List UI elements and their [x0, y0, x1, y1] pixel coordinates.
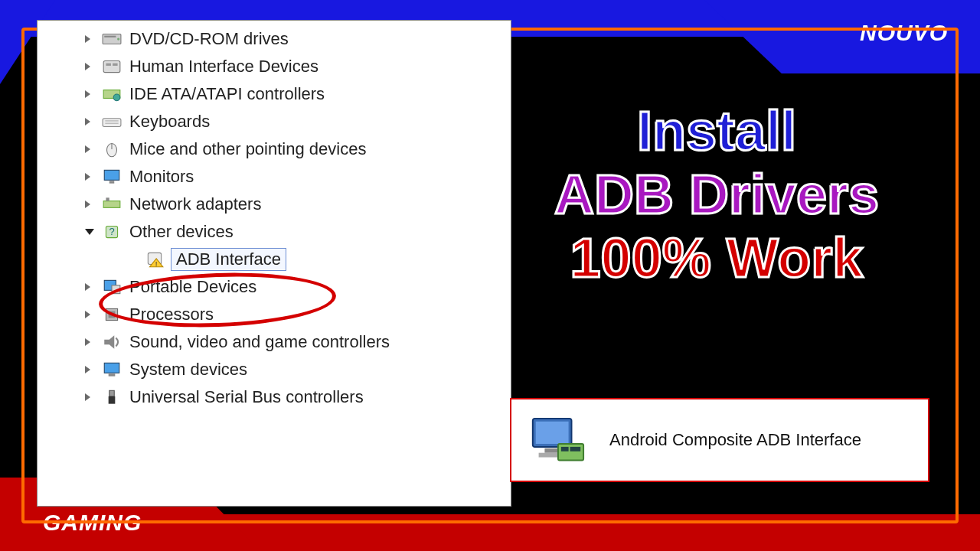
expand-icon[interactable] [85, 173, 90, 181]
svg-text:?: ? [109, 226, 114, 237]
tree-item-label: System devices [129, 360, 247, 380]
tree-item-network[interactable]: Network adapters [41, 191, 505, 218]
expand-icon[interactable] [85, 35, 90, 43]
tree-item-label: Keyboards [129, 112, 210, 132]
monitor-icon [102, 168, 122, 185]
brand-top-label: NOUVO [860, 20, 948, 46]
keyboard-icon [102, 113, 122, 130]
result-card-label: Android Composite ADB Interface [609, 430, 861, 450]
sound-icon [102, 334, 122, 350]
hid-icon [102, 58, 122, 75]
tree-item-label: DVD/CD-ROM drives [129, 29, 289, 49]
tree-item-label: Network adapters [129, 194, 261, 214]
svg-rect-16 [106, 197, 109, 201]
expand-icon[interactable] [85, 90, 90, 98]
svg-rect-32 [536, 422, 569, 444]
expand-icon[interactable] [85, 63, 90, 70]
title-line-2: ADB Drivers [502, 163, 931, 227]
svg-rect-14 [109, 181, 115, 183]
title-block: Install ADB Drivers 100% Work [502, 99, 931, 289]
tree-item-label: IDE ATA/ATAPI controllers [129, 84, 325, 104]
expand-icon[interactable] [85, 311, 90, 318]
tree-item-processors[interactable]: Processors [41, 301, 505, 328]
svg-rect-37 [570, 447, 581, 452]
svg-rect-13 [104, 170, 119, 180]
tree-item-system[interactable]: System devices [41, 356, 505, 383]
disc-drive-icon [102, 31, 122, 47]
svg-rect-35 [558, 444, 583, 460]
svg-text:!: ! [155, 259, 158, 268]
tree-item-ide[interactable]: IDE ATA/ATAPI controllers [41, 80, 505, 108]
svg-marker-26 [104, 335, 114, 348]
tree-item-keyboards[interactable]: Keyboards [41, 108, 505, 135]
collapse-icon[interactable] [85, 229, 94, 235]
tree-item-label: Processors [129, 305, 214, 324]
tree-item-monitors[interactable]: Monitors [41, 163, 505, 191]
tree-item-label: Human Interface Devices [129, 57, 318, 77]
tree-item-label: Other devices [129, 222, 234, 242]
svg-point-2 [117, 37, 119, 40]
svg-rect-4 [106, 64, 111, 66]
expand-icon[interactable] [85, 338, 90, 346]
cpu-icon [102, 306, 122, 323]
tree-child-adb-interface[interactable]: ! ADB Interface [41, 246, 505, 273]
svg-rect-3 [103, 60, 120, 72]
svg-rect-25 [109, 311, 116, 318]
tree-item-dvd[interactable]: DVD/CD-ROM drives [41, 25, 505, 53]
thumbnail-frame: NOUVO GAMING DVD/CD-ROM drives Human Int… [0, 0, 980, 551]
svg-rect-15 [103, 201, 120, 208]
mouse-icon [102, 141, 122, 158]
tree-item-hid[interactable]: Human Interface Devices [41, 53, 505, 80]
title-line-1: Install [502, 99, 931, 163]
usb-icon [102, 389, 122, 406]
device-tree: DVD/CD-ROM drives Human Interface Device… [38, 21, 511, 416]
tree-item-portable[interactable]: Portable Devices [41, 273, 505, 301]
tree-item-label: Portable Devices [129, 277, 256, 297]
portable-icon [102, 279, 122, 295]
tree-item-sound[interactable]: Sound, video and game controllers [41, 328, 505, 356]
svg-rect-5 [113, 64, 118, 66]
expand-icon[interactable] [85, 118, 90, 126]
tree-item-label: Monitors [129, 167, 194, 187]
svg-rect-8 [103, 119, 121, 127]
brand-bottom-label: GAMING [43, 510, 142, 536]
other-devices-icon: ? [102, 223, 122, 240]
tree-item-label: Mice and other pointing devices [129, 139, 366, 159]
svg-rect-27 [104, 363, 119, 373]
expand-icon[interactable] [85, 283, 90, 291]
title-line-3: 100% Work [502, 227, 931, 290]
network-icon [102, 196, 122, 213]
tree-item-label: Universal Serial Bus controllers [129, 387, 364, 407]
tree-child-label: ADB Interface [171, 248, 286, 271]
svg-rect-29 [109, 390, 115, 396]
device-manager-panel: DVD/CD-ROM drives Human Interface Device… [37, 20, 511, 507]
warning-device-icon: ! [145, 251, 165, 268]
tree-item-other-devices[interactable]: ? Other devices [41, 218, 505, 246]
svg-rect-23 [112, 285, 120, 294]
computer-device-icon [527, 413, 586, 467]
tree-item-mice[interactable]: Mice and other pointing devices [41, 135, 505, 163]
expand-icon[interactable] [85, 201, 90, 208]
tree-item-label: Sound, video and game controllers [129, 332, 390, 352]
system-icon [102, 361, 122, 378]
svg-point-7 [113, 94, 120, 101]
expand-icon[interactable] [85, 393, 90, 401]
expand-icon[interactable] [85, 366, 90, 373]
expand-icon[interactable] [85, 145, 90, 153]
tree-item-usb[interactable]: Universal Serial Bus controllers [41, 383, 505, 411]
ide-icon [102, 86, 122, 103]
svg-rect-28 [109, 373, 116, 376]
svg-rect-1 [104, 36, 116, 37]
svg-rect-36 [561, 447, 569, 452]
result-card: Android Composite ADB Interface [510, 398, 929, 482]
svg-rect-30 [109, 396, 116, 404]
